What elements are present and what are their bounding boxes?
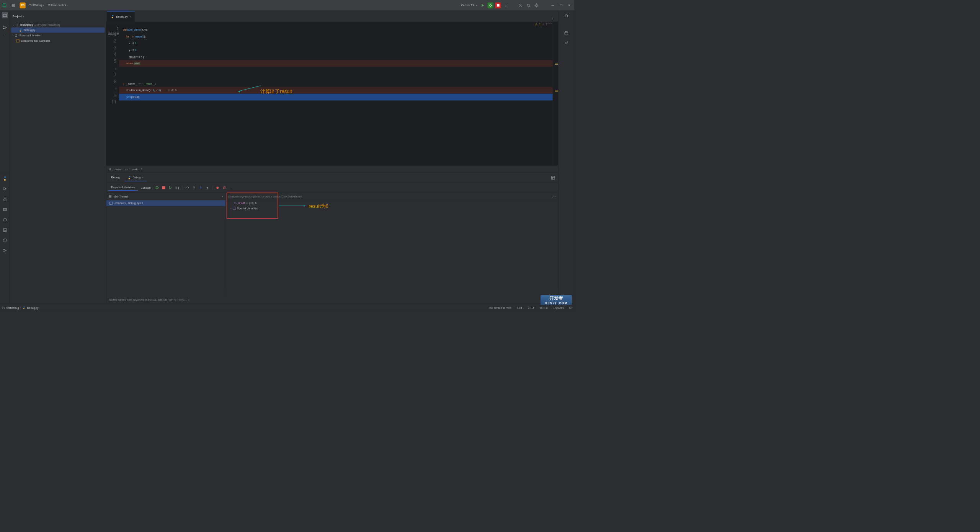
step-into-icon[interactable]	[191, 184, 197, 191]
editor-tab-bar: Debug.py × ⋮	[106, 11, 558, 22]
frame-label: <module>, Debug.py:11	[114, 202, 143, 205]
vcs-label: Version control	[48, 4, 66, 7]
status-breadcrumb[interactable]: ▢ TestDebug › Debug.py	[2, 306, 39, 309]
code-with-me-icon[interactable]	[517, 2, 523, 8]
project-tool-title: Project	[13, 15, 22, 18]
search-icon[interactable]	[525, 2, 531, 8]
evaluate-expression-input[interactable]: Evaluate expression (Enter) or add a wat…	[225, 193, 558, 200]
resume-icon[interactable]	[167, 184, 173, 191]
terminal-tool-icon[interactable]	[2, 227, 8, 233]
more-icon[interactable]: ⋮	[503, 2, 509, 8]
services-tool-icon[interactable]	[2, 206, 8, 212]
left-bottom-tool-strip	[0, 173, 10, 304]
app-icon	[2, 3, 7, 8]
variable-row[interactable]: 01 result = {int} 6	[225, 200, 558, 206]
debug-tool-title: Debug	[108, 175, 122, 181]
scratches-label: Scratches and Consoles	[21, 39, 50, 42]
svg-point-25	[5, 250, 6, 251]
run-tool-icon[interactable]	[2, 186, 8, 192]
stop-icon[interactable]	[160, 184, 167, 191]
tree-external-libraries[interactable]: › External Libraries	[11, 33, 105, 38]
frame-row[interactable]: <module>, Debug.py:11	[106, 200, 225, 206]
project-name: TestDebug	[29, 4, 42, 7]
console-tab[interactable]: Console	[138, 185, 154, 191]
debug-config-tab[interactable]: Debug ×	[124, 175, 147, 181]
close-icon[interactable]: ✕	[566, 2, 572, 8]
chevron-right-icon: ›	[13, 34, 13, 37]
project-tool-window: Project ▾ ⌄ ▢ TestDebug D:\Project\TestD…	[10, 11, 106, 304]
hint-bar: Switch frames from anywhere in the IDE w…	[106, 297, 558, 304]
tab-options-icon[interactable]: ⋮	[549, 15, 555, 21]
right-tool-strip	[558, 11, 574, 304]
svg-rect-13	[162, 186, 165, 189]
variable-icon: 01	[234, 201, 237, 204]
chevron-down-icon[interactable]: ▾	[554, 195, 555, 197]
stop-button[interactable]	[495, 2, 501, 8]
python-file-icon	[111, 15, 114, 18]
layout-settings-icon[interactable]	[550, 175, 556, 181]
notifications-icon[interactable]	[563, 13, 569, 19]
close-tab-icon[interactable]: ×	[129, 15, 131, 18]
chevron-down-icon[interactable]: ▾	[222, 195, 223, 197]
mute-breakpoints-icon[interactable]	[221, 184, 227, 191]
step-over-icon[interactable]	[184, 184, 190, 191]
settings-icon[interactable]	[533, 2, 539, 8]
project-dropdown[interactable]: TestDebug ▾	[29, 3, 44, 8]
more-debug-icon[interactable]: ⋮	[228, 184, 234, 191]
status-line-separator[interactable]: CRLF	[528, 306, 534, 309]
tree-root[interactable]: ⌄ ▢ TestDebug D:\Project\TestDebug	[11, 23, 105, 28]
svg-rect-11	[16, 39, 19, 42]
minimize-icon[interactable]: —	[550, 2, 556, 8]
project-badge: TD	[20, 2, 26, 8]
status-encoding[interactable]: UTF-8	[540, 306, 548, 309]
vcs-dropdown[interactable]: Version control ▾	[47, 3, 68, 8]
step-into-my-code-icon[interactable]	[198, 184, 204, 191]
svg-rect-2	[497, 4, 500, 7]
database-tool-icon[interactable]	[563, 30, 569, 36]
more-tools-icon[interactable]: ⋯	[2, 32, 8, 38]
project-tool-icon[interactable]	[2, 12, 8, 18]
maximize-icon[interactable]: ❐	[558, 2, 564, 8]
status-caret-pos[interactable]: 11:1	[517, 306, 523, 309]
pause-icon[interactable]: ❚❚	[174, 184, 180, 191]
tree-scratches[interactable]: Scratches and Consoles	[11, 38, 105, 44]
main-menu-icon[interactable]	[10, 2, 16, 8]
problems-tool-icon[interactable]	[2, 237, 8, 243]
vcs-tool-icon[interactable]	[2, 248, 8, 254]
status-server[interactable]: <no default server>	[488, 306, 512, 309]
tree-file-debug[interactable]: Debug.py	[11, 27, 105, 33]
editor-scrollbar[interactable]	[553, 22, 558, 165]
sciview-tool-icon[interactable]	[563, 39, 569, 46]
view-breakpoints-icon[interactable]	[214, 184, 220, 191]
structure-tool-icon[interactable]	[2, 24, 8, 30]
close-icon[interactable]: ×	[142, 176, 144, 179]
status-indent[interactable]: 4 spaces	[553, 306, 564, 309]
threads-variables-tab[interactable]: Threads & Variables	[108, 184, 137, 191]
run-config-dropdown[interactable]: Current File ▾	[461, 3, 478, 8]
close-hint-icon[interactable]: ×	[188, 299, 189, 302]
step-out-icon[interactable]	[204, 184, 211, 191]
debug-tool-window: Debug Debug × Threads & Variables Consol…	[106, 173, 558, 304]
svg-point-23	[3, 249, 4, 250]
svg-point-14	[216, 186, 219, 189]
project-tree[interactable]: ⌄ ▢ TestDebug D:\Project\TestDebug Debug…	[10, 22, 106, 44]
code-editor[interactable]: ⚠1 ⚠2 ˆ ˇ 1 usage 1 2 3 4 5 6 7 8	[106, 22, 558, 165]
chevron-down-icon: ▾	[43, 4, 44, 7]
tree-file-label: Debug.py	[24, 28, 35, 31]
status-interpreter[interactable]: D:	[569, 306, 572, 309]
thread-name[interactable]: MainThread	[113, 195, 128, 198]
run-button[interactable]	[480, 2, 486, 8]
annotation-arrow	[236, 85, 263, 93]
debug-tool-icon[interactable]	[2, 196, 8, 202]
special-variables-row[interactable]: › Special Variables	[225, 206, 558, 211]
debug-button[interactable]	[488, 2, 493, 8]
python-console-icon[interactable]	[2, 175, 8, 181]
frames-panel: MainThread ▾ <module>, Debug.py:11	[106, 193, 226, 296]
chevron-down-icon[interactable]: ▾	[23, 15, 24, 18]
editor-breadcrumb[interactable]: if __name__ == '__main__'	[106, 165, 558, 173]
gutter[interactable]: 1 usage 1 2 3 4 5 6 7 8 9▷ 10 11	[106, 22, 119, 165]
editor-tab[interactable]: Debug.py ×	[107, 11, 135, 22]
external-libs-label: External Libraries	[20, 34, 41, 37]
rerun-icon[interactable]	[154, 184, 160, 191]
python-packages-icon[interactable]	[2, 217, 8, 223]
